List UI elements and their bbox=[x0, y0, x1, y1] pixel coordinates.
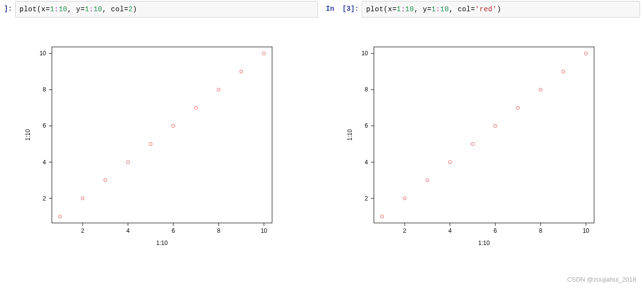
data-point bbox=[516, 106, 519, 109]
input-row: In [3]: plot(x=1:10, y=1:10, col='red') bbox=[322, 1, 644, 18]
data-point bbox=[194, 106, 197, 109]
code-token-num: 1 bbox=[50, 5, 54, 13]
data-point bbox=[104, 179, 107, 182]
y-tick-label: 10 bbox=[362, 50, 368, 57]
plot-frame bbox=[374, 47, 594, 223]
data-point bbox=[126, 161, 129, 164]
notebook-cell-right: In [3]: plot(x=1:10, y=1:10, col='red') … bbox=[322, 0, 644, 257]
output-area: 2468102468101:101:10 bbox=[322, 18, 644, 257]
data-point bbox=[240, 70, 243, 73]
data-point bbox=[380, 215, 383, 218]
code-token-arg: y bbox=[423, 5, 427, 13]
y-tick-label: 4 bbox=[365, 159, 368, 166]
data-point bbox=[539, 88, 542, 91]
code-token-arg: col bbox=[458, 5, 471, 13]
code-cell[interactable]: plot(x=1:10, y=1:10, col='red') bbox=[362, 1, 640, 18]
code-token-arg: x bbox=[41, 5, 46, 13]
input-prompt: In [3]: bbox=[326, 1, 362, 17]
data-point bbox=[426, 179, 429, 182]
x-tick-label: 4 bbox=[448, 227, 452, 234]
data-point bbox=[562, 70, 565, 73]
x-tick-label: 2 bbox=[81, 227, 85, 234]
data-point bbox=[494, 124, 497, 127]
data-point bbox=[584, 52, 587, 55]
y-axis-label: 1:10 bbox=[24, 129, 31, 141]
y-tick-label: 2 bbox=[365, 195, 368, 202]
code-token-op: : bbox=[89, 5, 93, 13]
x-tick-label: 10 bbox=[261, 227, 268, 234]
code-token-arg: x bbox=[388, 5, 392, 13]
notebook-cell-left: ]: plot(x=1:10, y=1:10, col=2) 246810246… bbox=[0, 0, 322, 257]
code-token-paren: , bbox=[449, 5, 458, 13]
code-token-eq: = bbox=[471, 5, 475, 13]
x-tick-label: 4 bbox=[126, 227, 130, 234]
code-token-paren: , bbox=[68, 5, 76, 13]
code-token-str: 'red' bbox=[475, 5, 497, 13]
y-tick-label: 4 bbox=[43, 159, 46, 166]
y-tick-label: 2 bbox=[43, 195, 46, 202]
output-area: 2468102468101:101:10 bbox=[0, 18, 322, 257]
code-token-op: : bbox=[54, 5, 59, 13]
code-token-op: : bbox=[436, 5, 440, 13]
data-point bbox=[262, 52, 265, 55]
code-token-num: 1 bbox=[432, 5, 436, 13]
data-point bbox=[172, 124, 175, 127]
x-tick-label: 8 bbox=[539, 227, 542, 234]
y-tick-label: 6 bbox=[365, 123, 368, 130]
watermark-text: CSDN @zoujiahui_2018 bbox=[567, 276, 636, 283]
x-tick-label: 6 bbox=[172, 227, 175, 234]
code-token-paren: , bbox=[414, 5, 423, 13]
code-token-fn: plot bbox=[20, 5, 37, 13]
code-token-arg: col bbox=[111, 5, 124, 13]
code-token-num: 10 bbox=[440, 5, 449, 13]
y-tick-label: 10 bbox=[40, 50, 46, 57]
data-point bbox=[58, 215, 61, 218]
code-token-paren: ) bbox=[133, 5, 137, 13]
x-axis-label: 1:10 bbox=[478, 240, 490, 246]
data-point bbox=[81, 197, 84, 200]
scatter-plot: 2468102468101:101:10 bbox=[18, 22, 282, 257]
input-prompt: ]: bbox=[4, 1, 15, 17]
plot-frame bbox=[52, 47, 272, 223]
x-tick-label: 10 bbox=[583, 227, 590, 234]
data-point bbox=[217, 88, 220, 91]
y-tick-label: 6 bbox=[43, 123, 46, 130]
code-token-fn: plot bbox=[366, 5, 384, 13]
data-point bbox=[403, 197, 406, 200]
x-tick-label: 2 bbox=[403, 227, 407, 234]
code-token-num: 10 bbox=[405, 5, 414, 13]
plot-output: 2468102468101:101:10 bbox=[340, 22, 604, 257]
y-tick-label: 8 bbox=[365, 87, 368, 93]
x-axis-label: 1:10 bbox=[156, 240, 168, 246]
y-tick-label: 8 bbox=[43, 87, 46, 93]
data-point bbox=[471, 143, 474, 146]
code-token-paren: ) bbox=[497, 5, 501, 13]
code-token-num: 10 bbox=[59, 5, 68, 13]
code-token-num: 1 bbox=[85, 5, 89, 13]
code-token-eq: = bbox=[46, 5, 50, 13]
code-token-paren: ( bbox=[384, 5, 388, 13]
code-token-paren: ( bbox=[37, 5, 41, 13]
code-token-eq: = bbox=[427, 5, 432, 13]
data-point bbox=[149, 143, 152, 146]
input-row: ]: plot(x=1:10, y=1:10, col=2) bbox=[0, 1, 322, 18]
code-token-eq: = bbox=[392, 5, 397, 13]
scatter-plot: 2468102468101:101:10 bbox=[340, 22, 604, 257]
x-tick-label: 8 bbox=[217, 227, 220, 234]
code-token-paren: , bbox=[102, 5, 111, 13]
plot-output: 2468102468101:101:10 bbox=[18, 22, 282, 257]
x-tick-label: 6 bbox=[494, 227, 497, 234]
data-point bbox=[448, 161, 451, 164]
y-axis-label: 1:10 bbox=[346, 129, 353, 141]
code-cell[interactable]: plot(x=1:10, y=1:10, col=2) bbox=[15, 1, 318, 18]
code-token-num: 10 bbox=[93, 5, 102, 13]
